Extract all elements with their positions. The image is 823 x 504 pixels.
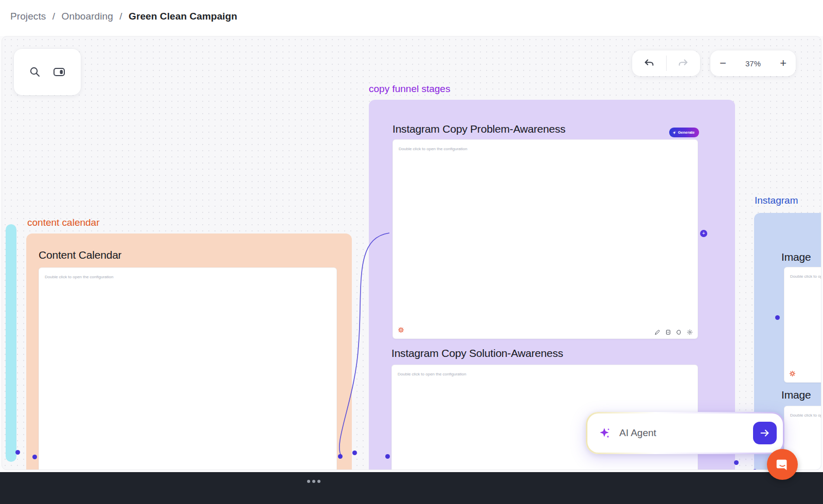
node-placeholder-text: Double click to open the configuration [398,372,466,376]
dot [312,480,315,483]
node-status-icon-area [789,370,796,379]
breadcrumb-separator: / [52,11,55,22]
redo-button[interactable] [667,50,701,76]
history-toolbar [632,50,700,76]
settings-gear-icon[interactable] [687,329,693,335]
canvas-toolbar [14,49,81,95]
connection-dot[interactable] [32,455,37,459]
node-placeholder-text: Double click to open the configuration [45,275,113,279]
ai-send-button[interactable] [753,422,777,444]
ai-agent-input[interactable] [619,427,753,439]
add-connection-handle[interactable]: + [700,230,707,237]
node-problem-awareness[interactable]: Double click to open the configuration [392,139,698,339]
top-header: Projects / Onboarding / Green Clean Camp… [0,0,823,36]
zoom-in-button[interactable]: + [780,58,786,69]
dot [317,480,320,483]
edit-icon[interactable] [654,329,660,335]
connection-dot[interactable] [338,454,343,459]
node-placeholder-text: Double click to open the configuration [790,413,821,418]
connection-dot[interactable] [15,450,20,455]
generate-button[interactable]: Generate [669,128,699,137]
dot [307,480,310,483]
dock-more-button[interactable] [307,480,320,483]
breadcrumb: Projects / Onboarding / Green Clean Camp… [10,11,237,22]
connection-dot[interactable] [385,454,390,459]
ai-agent-bar [586,412,784,454]
zoom-toolbar: − 37% + [710,50,796,76]
search-icon[interactable] [29,66,41,78]
generate-button-label: Generate [678,130,695,135]
ai-sparkle-icon [599,426,612,440]
bottom-dock [0,472,823,504]
node-image-1[interactable]: Double click to open the configuration [784,267,821,383]
connection-dot[interactable] [775,315,780,320]
connection-dot[interactable] [753,469,757,470]
card-title-content-calendar[interactable]: Content Calendar [39,249,121,261]
arrow-right-icon [759,427,771,439]
breadcrumb-current-project: Green Clean Campaign [129,11,237,22]
connection-dot[interactable] [734,460,739,465]
frame-label-content-calendar[interactable]: content calendar [27,217,100,228]
frame-label-instagram[interactable]: Instagram [755,195,798,206]
credits-icon[interactable] [676,329,682,335]
node-status-icon-area [398,326,404,335]
node-placeholder-text: Double click to open the configuration [399,147,467,151]
frame-label-copy-funnel[interactable]: copy funnel stages [369,83,450,95]
node-content-calendar[interactable]: Double click to open the configuration [39,267,337,470]
undo-button[interactable] [632,50,666,76]
zoom-out-button[interactable]: − [720,58,726,69]
card-title-image-1[interactable]: Image [781,251,814,263]
breadcrumb-separator: / [119,11,122,22]
sparkle-icon [672,131,676,135]
connection-dot[interactable] [352,451,357,455]
burst-icon [789,370,796,377]
breadcrumb-onboarding[interactable]: Onboarding [62,11,113,22]
whiteboard-canvas[interactable]: content calendar Content Calendar Double… [2,36,821,470]
zoom-level[interactable]: 37% [745,59,761,68]
card-title-solution-awareness[interactable]: Instagram Copy Solution-Awareness [391,347,563,359]
chat-launcher-button[interactable] [767,449,798,480]
sidebar-toggle-icon[interactable] [52,66,66,78]
breadcrumb-projects[interactable]: Projects [10,11,46,22]
node-placeholder-text: Double click to open the configuration [790,274,821,279]
burst-icon [398,327,404,333]
file-icon[interactable] [665,329,671,335]
frame-content-calendar[interactable]: Content Calendar Double click to open th… [26,233,352,470]
chat-bubble-icon [775,457,790,472]
card-title-problem-awareness[interactable]: Instagram Copy Problem-Awareness [392,123,565,135]
teal-frame-edge[interactable] [6,224,16,462]
card-title-image-2[interactable]: Image [781,389,814,401]
